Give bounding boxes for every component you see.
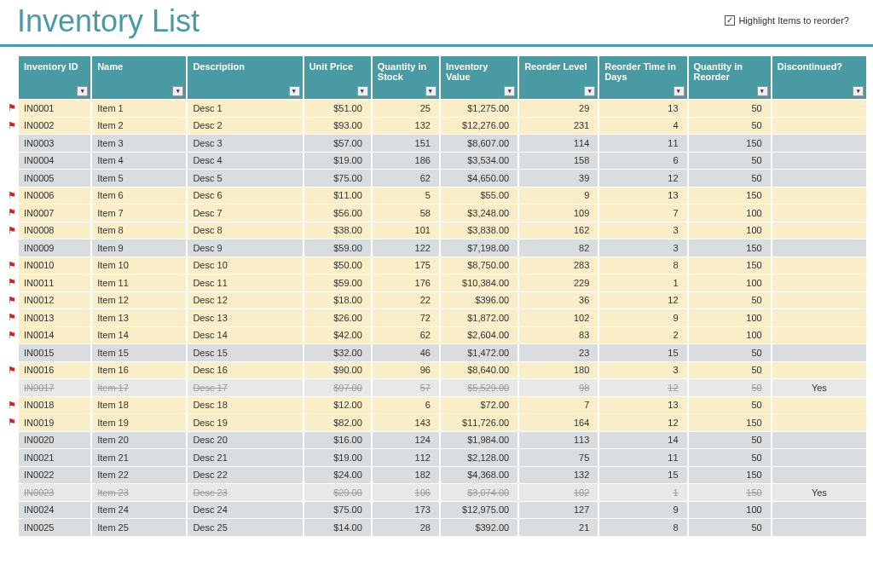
flag-icon: ⚑ — [8, 277, 16, 287]
table-row[interactable]: IN0024Item 24Desc 24$75.00173$12,975.001… — [7, 502, 866, 519]
filter-dropdown-icon[interactable]: ▾ — [289, 86, 300, 96]
table-row[interactable]: IN0005Item 5Desc 5$75.0062$4,650.0039125… — [7, 170, 866, 187]
cell-value: $72.00 — [441, 397, 517, 414]
cell-id: IN0018 — [19, 397, 90, 414]
table-row[interactable]: ⚑IN0013Item 13Desc 13$26.0072$1,872.0010… — [7, 309, 866, 326]
cell-rqty: 50 — [689, 449, 771, 466]
col-header-disc[interactable]: Discontinued?▾ — [772, 56, 866, 99]
col-header-rlvl[interactable]: Reorder Level▾ — [519, 56, 598, 99]
table-row[interactable]: IN0025Item 25Desc 25$14.0028$392.0021850 — [7, 519, 866, 536]
table-row[interactable]: IN0017Item 17Desc 17$97.0057$5,529.00981… — [7, 379, 866, 396]
filter-dropdown-icon[interactable]: ▾ — [357, 86, 368, 96]
filter-dropdown-icon[interactable]: ▾ — [77, 86, 88, 96]
filter-dropdown-icon[interactable]: ▾ — [757, 86, 768, 96]
table-row[interactable]: IN0020Item 20Desc 20$16.00124$1,984.0011… — [7, 432, 866, 449]
cell-value: $3,838.00 — [441, 222, 517, 239]
table-row[interactable]: ⚑IN0001Item 1Desc 1$51.0025$1,275.002913… — [7, 100, 866, 117]
filter-dropdown-icon[interactable]: ▾ — [425, 86, 436, 96]
table-row[interactable]: IN0021Item 21Desc 21$19.00112$2,128.0075… — [7, 449, 866, 466]
col-header-desc[interactable]: Description▾ — [188, 56, 302, 99]
cell-disc — [772, 170, 866, 187]
filter-dropdown-icon[interactable]: ▾ — [504, 86, 515, 96]
cell-rtime: 3 — [599, 239, 686, 257]
table-row[interactable]: IN0004Item 4Desc 4$19.00186$3,534.001586… — [7, 153, 866, 170]
cell-rlvl: 164 — [519, 414, 598, 431]
cell-rtime: 12 — [599, 292, 686, 309]
checkbox-icon[interactable]: ✓ — [725, 15, 735, 26]
cell-value: $8,640.00 — [441, 362, 517, 379]
cell-value: $3,534.00 — [441, 153, 517, 170]
table-row[interactable]: ⚑IN0006Item 6Desc 6$11.005$55.00913150 — [7, 187, 866, 205]
cell-id: IN0023 — [19, 484, 90, 501]
filter-dropdown-icon[interactable]: ▾ — [584, 86, 595, 96]
cell-value: $1,872.00 — [441, 309, 517, 326]
cell-rlvl: 21 — [519, 519, 598, 536]
col-header-qty[interactable]: Quantity in Stock▾ — [373, 56, 439, 99]
cell-disc — [772, 135, 866, 152]
table-row[interactable]: ⚑IN0016Item 16Desc 16$90.0096$8,640.0018… — [7, 362, 866, 379]
col-header-rtime[interactable]: Reorder Time in Days▾ — [599, 56, 686, 99]
cell-name: Item 9 — [92, 239, 186, 257]
table-row[interactable]: ⚑IN0011Item 11Desc 11$59.00176$10,384.00… — [7, 274, 866, 291]
cell-disc — [772, 449, 866, 466]
cell-rtime: 9 — [599, 502, 686, 519]
cell-name: Item 11 — [92, 274, 186, 291]
cell-disc — [772, 362, 866, 379]
cell-qty: 106 — [373, 484, 439, 501]
table-row[interactable]: ⚑IN0008Item 8Desc 8$38.00101$3,838.00162… — [7, 222, 866, 239]
cell-desc: Desc 12 — [188, 292, 302, 309]
cell-rtime: 13 — [599, 100, 686, 117]
filter-dropdown-icon[interactable]: ▾ — [172, 86, 183, 96]
table-row[interactable]: ⚑IN0014Item 14Desc 14$42.0062$2,604.0083… — [7, 327, 866, 344]
cell-disc: Yes — [772, 484, 866, 501]
col-header-value[interactable]: Inventory Value▾ — [441, 56, 517, 99]
col-header-id[interactable]: Inventory ID▾ — [19, 56, 90, 99]
cell-rtime: 15 — [599, 344, 686, 361]
cell-rqty: 50 — [689, 170, 771, 187]
cell-id: IN0016 — [19, 362, 90, 379]
table-row[interactable]: ⚑IN0002Item 2Desc 2$93.00132$12,276.0023… — [7, 118, 866, 135]
filter-dropdown-icon[interactable]: ▾ — [674, 86, 685, 96]
cell-name: Item 1 — [92, 100, 186, 117]
table-row[interactable]: ⚑IN0010Item 10Desc 10$50.00175$8,750.002… — [7, 257, 866, 274]
cell-rlvl: 180 — [519, 362, 598, 379]
cell-name: Item 15 — [92, 344, 186, 361]
flag-cell: ⚑ — [7, 222, 17, 239]
table-row[interactable]: IN0022Item 22Desc 22$24.00182$4,368.0013… — [7, 467, 866, 484]
col-header-name[interactable]: Name▾ — [92, 56, 186, 99]
flag-cell: ⚑ — [7, 274, 17, 291]
table-row[interactable]: IN0009Item 9Desc 9$59.00122$7,198.008231… — [7, 239, 866, 257]
cell-qty: 28 — [373, 519, 439, 536]
cell-rqty: 50 — [689, 118, 771, 135]
cell-price: $59.00 — [304, 274, 371, 291]
col-label: Inventory ID — [24, 61, 78, 72]
col-header-rqty[interactable]: Quantity in Reorder▾ — [689, 56, 771, 99]
table-row[interactable]: ⚑IN0007Item 7Desc 7$56.0058$3,248.001097… — [7, 205, 866, 222]
col-header-price[interactable]: Unit Price▾ — [304, 56, 371, 99]
cell-rlvl: 132 — [519, 467, 598, 484]
cell-name: Item 2 — [92, 118, 186, 135]
cell-disc — [772, 467, 866, 484]
cell-rqty: 100 — [689, 205, 771, 222]
cell-desc: Desc 5 — [188, 170, 302, 187]
cell-desc: Desc 18 — [188, 397, 302, 414]
cell-rtime: 1 — [599, 484, 686, 501]
table-row[interactable]: IN0003Item 3Desc 3$57.00151$8,607.001141… — [7, 135, 866, 152]
cell-desc: Desc 4 — [188, 153, 302, 170]
table-row[interactable]: IN0015Item 15Desc 15$32.0046$1,472.00231… — [7, 344, 866, 361]
cell-rqty: 50 — [689, 362, 771, 379]
cell-name: Item 14 — [92, 327, 186, 344]
filter-dropdown-icon[interactable]: ▾ — [853, 86, 864, 96]
cell-id: IN0006 — [19, 187, 90, 205]
table-row[interactable]: ⚑IN0019Item 19Desc 19$82.00143$11,726.00… — [7, 414, 866, 431]
highlight-toggle[interactable]: ✓ Highlight Items to reorder? — [725, 15, 849, 26]
table-row[interactable]: ⚑IN0018Item 18Desc 18$12.006$72.0071350 — [7, 397, 866, 414]
cell-disc — [772, 292, 866, 309]
cell-rtime: 13 — [599, 187, 686, 205]
cell-desc: Desc 7 — [188, 205, 302, 222]
table-row[interactable]: IN0023Item 23Desc 23$29.00106$3,074.0010… — [7, 484, 866, 501]
inventory-table-wrap: Inventory ID▾Name▾Description▾Unit Price… — [0, 47, 873, 537]
cell-value: $2,604.00 — [441, 327, 517, 344]
cell-rlvl: 23 — [519, 344, 598, 361]
table-row[interactable]: ⚑IN0012Item 12Desc 12$18.0022$396.003612… — [7, 292, 866, 309]
